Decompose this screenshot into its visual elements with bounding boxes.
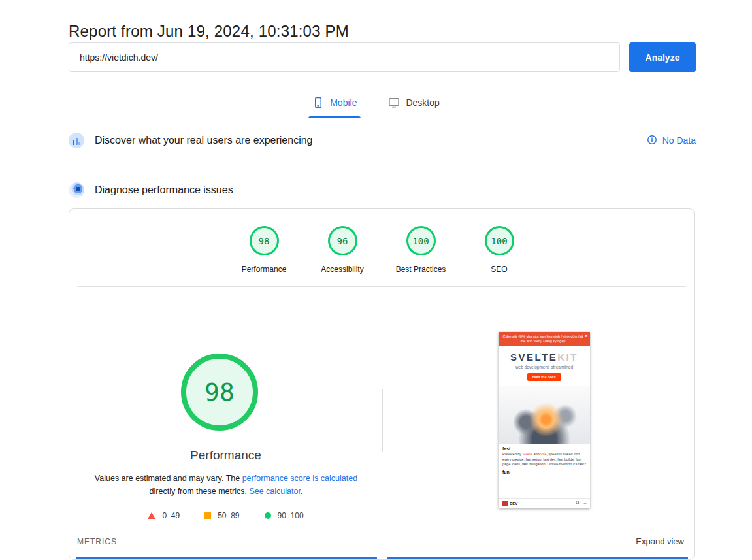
performance-note: Values are estimated and may vary. The p… (82, 472, 370, 498)
field-data-icon (69, 133, 84, 148)
page-screenshot-thumbnail[interactable]: Giảm giá 40% cho các bạn học sinh / sinh… (499, 332, 590, 508)
legend-fail-range: 0–49 (162, 511, 180, 520)
legend-average-icon (204, 512, 211, 519)
info-icon[interactable] (647, 135, 657, 147)
performance-gauge: 98 (181, 354, 258, 431)
url-input[interactable] (69, 42, 620, 72)
page-title: Report from Jun 19, 2024, 10:31:03 PM (69, 22, 349, 41)
thumbnail-section-fun: fun (499, 467, 590, 474)
score-best-practices-circle: 100 (406, 226, 436, 255)
legend-average: 50–89 (204, 511, 239, 520)
thumbnail-tagline: web development, streamlined (499, 365, 590, 369)
score-seo[interactable]: 100 SEO (466, 226, 532, 274)
note-text-3: . (301, 487, 302, 496)
score-best-practices-label: Best Practices (396, 265, 446, 274)
no-data-link[interactable]: No Data (647, 135, 696, 147)
metrics-header-row: METRICS Expand view (77, 536, 684, 546)
thumbnail-site-title: SVELTEKIT (499, 352, 590, 363)
field-data-section: Discover what your real users are experi… (69, 133, 696, 148)
legend-pass: 90–100 (265, 511, 304, 520)
score-accessibility-circle: 96 (328, 226, 357, 255)
thumbnail-promo-banner: Giảm giá 40% cho các bạn học sinh / sinh… (499, 332, 590, 346)
score-calculation-link[interactable]: performance score is calculated (242, 474, 357, 483)
performance-gauge-value: 98 (204, 378, 235, 406)
thumbnail-body-text: Powered by Svelte and Vite, speed is bak… (499, 452, 590, 467)
score-performance[interactable]: 98 Performance (231, 226, 297, 274)
score-seo-circle: 100 (485, 226, 514, 255)
vertical-divider (382, 389, 383, 452)
thumbnail-hero-image (499, 386, 590, 444)
card-divider (77, 286, 686, 287)
tab-mobile-label: Mobile (330, 97, 357, 108)
legend-fail: 0–49 (148, 511, 180, 520)
desktop-monitor-icon (388, 97, 400, 108)
metric-bar-partial-left (76, 557, 377, 560)
legend-pass-icon (265, 512, 271, 519)
note-text-2: directly from these metrics. (150, 487, 250, 496)
metrics-label: METRICS (77, 537, 117, 546)
see-calculator-link[interactable]: See calculator (249, 487, 301, 496)
thumbnail-footer-bar: DEV ≡ (499, 498, 590, 508)
lighthouse-report-card: 98 Performance 96 Accessibility 100 Best… (69, 208, 695, 560)
close-icon: ✕ (584, 333, 588, 338)
score-seo-label: SEO (491, 265, 507, 274)
category-scores: 98 Performance 96 Accessibility 100 Best… (69, 226, 694, 274)
score-best-practices[interactable]: 100 Best Practices (388, 226, 453, 274)
dev-logo (502, 501, 508, 506)
search-icon (576, 501, 580, 506)
metric-bar-partial-right (387, 557, 688, 560)
thumbnail-banner-text: Giảm giá 40% cho các bạn học sinh / sinh… (502, 335, 583, 343)
lab-data-icon (69, 182, 84, 198)
tab-desktop-label: Desktop (406, 97, 439, 108)
pagespeed-report-page: Report from Jun 19, 2024, 10:31:03 PM An… (0, 0, 752, 560)
active-tab-underline (308, 116, 361, 118)
note-text-1: Values are estimated and may vary. The (95, 474, 242, 483)
score-accessibility-label: Accessibility (321, 265, 363, 274)
legend-pass-range: 90–100 (278, 511, 304, 520)
device-tabs: Mobile Desktop (0, 91, 752, 118)
section-divider (69, 159, 696, 159)
no-data-label[interactable]: No Data (662, 135, 696, 146)
legend-average-range: 50–89 (218, 511, 239, 520)
lab-data-section: Diagnose performance issues (69, 182, 696, 198)
tab-mobile[interactable]: Mobile (308, 91, 361, 118)
field-data-title: Discover what your real users are experi… (95, 135, 312, 146)
score-legend: 0–49 50–89 90–100 (69, 511, 382, 520)
mobile-phone-icon (312, 97, 324, 108)
analyze-button[interactable]: Analyze (629, 42, 696, 72)
score-performance-label: Performance (242, 265, 287, 274)
performance-heading: Performance (69, 448, 382, 463)
url-bar: Analyze (69, 42, 696, 72)
legend-fail-icon (148, 512, 155, 519)
lab-data-title: Diagnose performance issues (95, 184, 233, 196)
menu-icon: ≡ (583, 501, 587, 506)
expand-view-toggle[interactable]: Expand view (636, 536, 684, 546)
score-accessibility[interactable]: 96 Accessibility (310, 226, 375, 274)
score-performance-circle: 98 (250, 226, 279, 255)
thumbnail-cta-button: read the docs (527, 373, 561, 381)
tab-desktop[interactable]: Desktop (384, 91, 443, 118)
thumbnail-section-fast: fast (499, 444, 590, 452)
dev-logo-label: DEV (510, 502, 517, 506)
